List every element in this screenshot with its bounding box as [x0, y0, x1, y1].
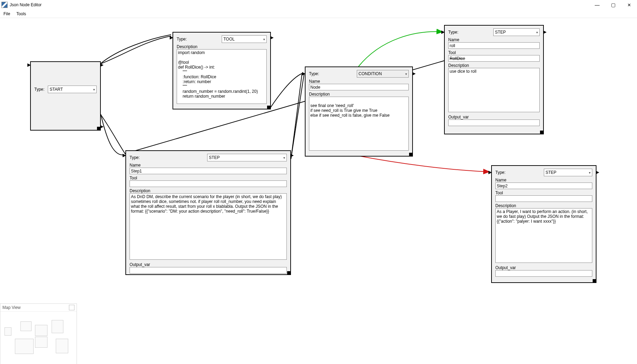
type-select[interactable]: CONDITION ▾ [357, 70, 409, 78]
title-bar: Json Node Editor — ▢ ✕ [0, 0, 637, 10]
outputvar-label: Output_var [448, 115, 540, 119]
type-label: Type: [448, 30, 458, 35]
node-step2[interactable]: Type: STEP ▾ Name Tool Description Outpu… [491, 165, 596, 283]
type-label: Type: [130, 155, 140, 160]
description-label: Description [495, 203, 592, 208]
type-select[interactable]: STEP ▾ [544, 169, 592, 176]
port-out[interactable] [543, 30, 547, 34]
resize-handle[interactable] [593, 279, 596, 283]
maximize-button[interactable]: ▢ [605, 0, 621, 10]
tool-input[interactable] [448, 55, 540, 62]
chevron-down-icon: ▾ [536, 30, 538, 34]
minimize-button[interactable]: — [589, 0, 605, 10]
port-out-bottom[interactable] [100, 125, 104, 128]
name-input[interactable] [130, 168, 287, 174]
port-in[interactable] [302, 72, 306, 76]
svg-line-2 [291, 73, 303, 157]
name-label: Name [130, 163, 141, 168]
description-label: Description [130, 188, 287, 193]
tool-label: Tool [448, 50, 540, 55]
description-label: Description [309, 92, 409, 97]
menu-file[interactable]: File [3, 11, 11, 17]
description-input[interactable] [495, 208, 592, 263]
type-label: Type: [495, 170, 505, 175]
type-select[interactable]: STEP ▾ [493, 28, 540, 36]
tool-input[interactable] [495, 195, 592, 202]
chevron-down-icon: ▾ [283, 156, 285, 160]
description-input[interactable] [309, 97, 409, 151]
outputvar-label: Output_var [130, 262, 287, 267]
app-icon [1, 2, 8, 8]
chevron-down-icon: ▾ [263, 37, 265, 41]
description-input[interactable] [130, 193, 287, 260]
description-label: Description [448, 63, 540, 68]
menu-tools[interactable]: Tools [16, 11, 27, 17]
port-out[interactable] [290, 154, 294, 157]
resize-handle[interactable] [287, 271, 291, 275]
node-tool[interactable]: Type: TOOL ▾ Description [172, 32, 271, 109]
map-view-toggle[interactable] [69, 305, 74, 310]
name-label: Name [448, 37, 459, 42]
name-label: Name [309, 79, 320, 84]
tool-label: Tool [495, 190, 592, 195]
outputvar-input[interactable] [130, 267, 287, 274]
type-select[interactable]: START ▾ [48, 86, 97, 93]
port-out[interactable] [412, 72, 416, 76]
type-label: Type: [177, 37, 187, 42]
name-input[interactable] [309, 84, 409, 90]
node-condition[interactable]: Type: CONDITION ▾ Name Description [305, 66, 413, 157]
type-label: Type: [309, 71, 319, 76]
resize-handle[interactable] [267, 106, 271, 109]
outputvar-input[interactable] [448, 119, 540, 126]
port-in[interactable] [488, 171, 492, 174]
svg-line-3 [291, 74, 304, 159]
description-input[interactable] [177, 49, 267, 104]
name-input[interactable] [495, 183, 592, 189]
outputvar-label: Output_var [495, 265, 592, 270]
port-out-top[interactable] [100, 63, 104, 67]
app-title: Json Node Editor [10, 2, 42, 7]
port-out[interactable] [270, 36, 274, 39]
resize-handle[interactable] [409, 153, 413, 156]
svg-line-5 [271, 35, 443, 59]
type-select[interactable]: TOOL ▾ [222, 35, 267, 43]
map-view-body [0, 312, 77, 364]
port-in[interactable] [123, 154, 126, 157]
node-canvas[interactable]: Type: START ▾ Type: TOOL ▾ Description T… [0, 18, 637, 364]
map-view-title: Map View [2, 305, 20, 310]
node-start[interactable]: Type: START ▾ [30, 61, 101, 131]
type-label: Type: [34, 87, 44, 92]
tool-label: Tool [130, 176, 287, 180]
node-step1[interactable]: Type: STEP ▾ Name Tool Description Outpu… [125, 150, 291, 275]
chevron-down-icon: ▾ [93, 88, 95, 91]
close-button[interactable]: ✕ [621, 0, 637, 10]
description-label: Description [177, 44, 197, 49]
name-input[interactable] [448, 42, 540, 49]
menu-bar: File Tools [0, 10, 637, 18]
svg-line-0 [100, 114, 125, 153]
outputvar-input[interactable] [495, 270, 592, 277]
port-out[interactable] [596, 171, 599, 174]
port-in[interactable] [441, 30, 445, 34]
port-in[interactable] [27, 63, 31, 67]
svg-line-1 [291, 73, 303, 159]
resize-handle[interactable] [97, 127, 100, 130]
chevron-down-icon: ▾ [589, 171, 591, 175]
map-view-panel[interactable]: Map View [0, 303, 77, 364]
port-in[interactable] [170, 36, 173, 39]
description-input[interactable] [448, 68, 540, 112]
name-label: Name [495, 178, 506, 183]
node-step-roll[interactable]: Type: STEP ▾ Name Tool Description Outpu… [444, 25, 544, 134]
resize-handle[interactable] [540, 131, 543, 134]
type-select[interactable]: STEP ▾ [207, 154, 287, 161]
tool-input[interactable] [130, 180, 287, 187]
chevron-down-icon: ▾ [405, 72, 407, 76]
